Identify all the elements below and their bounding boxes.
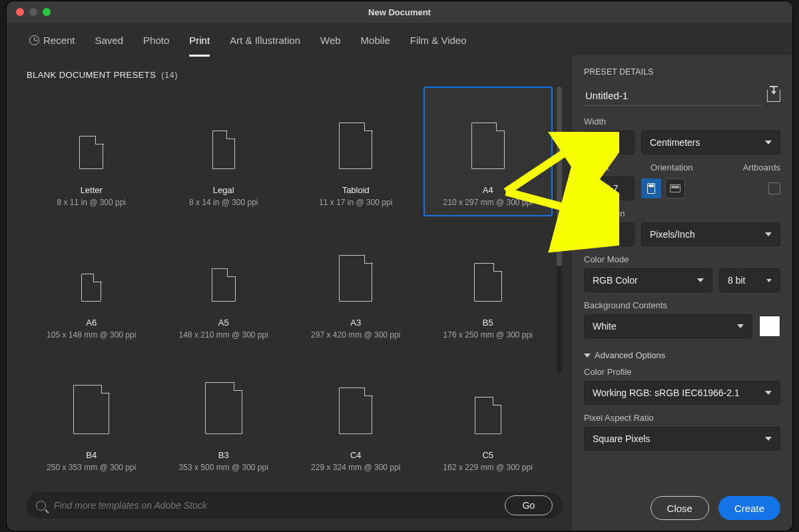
chevron-down-icon (765, 437, 772, 441)
new-document-dialog: New Document Recent Saved Photo Print Ar… (7, 1, 792, 531)
page-icon (79, 136, 103, 169)
preset-details-panel: PRESET DETAILS Width Centimeters Height … (571, 55, 792, 531)
colormode-value: RGB Color (593, 275, 638, 286)
dialog-footer: Close Create (584, 484, 780, 520)
tab-print[interactable]: Print (189, 35, 210, 55)
resolution-input[interactable] (584, 222, 635, 246)
presets-count: (14) (161, 70, 178, 80)
tab-saved[interactable]: Saved (95, 35, 124, 55)
preset-name: B4 (86, 450, 97, 460)
page-icon (471, 123, 505, 169)
preset-sub: 148 x 210 mm @ 300 ppi (179, 330, 268, 340)
search-go-button[interactable]: Go (505, 495, 553, 515)
colorprofile-select[interactable]: Working RGB: sRGB IEC61966-2.1 (584, 381, 780, 405)
window-title: New Document (7, 7, 792, 17)
titlebar: New Document (7, 1, 792, 23)
page-icon (339, 123, 372, 169)
preset-sub: 8 x 14 in @ 300 ppi (189, 198, 258, 207)
preset-name: A4 (483, 185, 493, 195)
colormode-label: Color Mode (584, 254, 780, 264)
preset-card[interactable]: C5162 x 229 mm @ 300 ppi (423, 352, 553, 481)
resolution-label: Resolution (584, 208, 780, 218)
preset-grid: Letter8 x 11 in @ 300 ppiLegal8 x 14 in … (27, 87, 553, 481)
orientation-landscape-button[interactable] (665, 178, 685, 198)
preset-sub: 8 x 11 in @ 300 ppi (57, 198, 126, 207)
orientation-group (641, 178, 685, 198)
tab-label: Print (189, 35, 210, 46)
colormode-select[interactable]: RGB Color (584, 268, 712, 292)
preset-name: Letter (81, 185, 103, 195)
preset-scrollbar[interactable] (557, 87, 562, 373)
minimize-window-icon[interactable] (29, 8, 37, 16)
par-label: Pixel Aspect Ratio (584, 413, 780, 423)
par-select[interactable]: Square Pixels (584, 427, 780, 451)
preset-name: Legal (213, 185, 234, 195)
preset-card[interactable]: B4250 x 353 mm @ 300 ppi (27, 352, 156, 481)
preset-card[interactable]: Letter8 x 11 in @ 300 ppi (27, 87, 156, 216)
chevron-down-icon (765, 140, 772, 144)
preset-name: A3 (350, 318, 361, 328)
preset-sub: 210 x 297 mm @ 300 ppi (443, 198, 533, 207)
preset-card[interactable]: A5148 x 210 mm @ 300 ppi (159, 219, 289, 349)
document-name-input[interactable] (584, 86, 762, 106)
preset-name: B3 (218, 450, 229, 460)
bgcolor-swatch[interactable] (759, 316, 780, 337)
tab-recent[interactable]: Recent (29, 35, 75, 55)
close-button[interactable]: Close (651, 496, 709, 520)
page-icon (212, 131, 235, 169)
preset-name: Tabloid (342, 185, 370, 195)
presets-heading: BLANK DOCUMENT PRESETS (14) (27, 70, 562, 80)
preset-sub: 105 x 148 mm @ 300 ppi (47, 330, 136, 340)
scrollbar-thumb[interactable] (557, 87, 562, 266)
preset-name: C5 (482, 450, 493, 460)
tab-label: Saved (95, 35, 124, 46)
artboards-checkbox[interactable] (768, 182, 780, 194)
width-input[interactable] (584, 131, 635, 154)
advanced-options-toggle[interactable]: Advanced Options (584, 350, 780, 360)
bgcontents-select[interactable]: White (584, 314, 752, 338)
window-controls (7, 8, 51, 16)
orientation-portrait-button[interactable] (641, 178, 661, 198)
tab-label: Photo (143, 35, 169, 46)
close-window-icon[interactable] (16, 8, 24, 16)
preset-card[interactable]: A3297 x 420 mm @ 300 ppi (291, 219, 421, 349)
resolution-units-select[interactable]: Pixels/Inch (641, 222, 780, 246)
presets-heading-label: BLANK DOCUMENT PRESETS (27, 70, 156, 80)
chevron-down-icon (584, 354, 591, 358)
portrait-icon (647, 183, 655, 194)
preset-card[interactable]: A6105 x 148 mm @ 300 ppi (27, 219, 156, 349)
search-input[interactable] (54, 500, 495, 511)
chevron-down-icon (765, 232, 772, 236)
preset-card[interactable]: C4229 x 324 mm @ 300 ppi (291, 352, 421, 481)
recent-icon (29, 35, 39, 45)
colorprofile-value: Working RGB: sRGB IEC61966-2.1 (593, 388, 740, 398)
artboards-label: Artboards (743, 162, 780, 172)
units-select[interactable]: Centimeters (641, 131, 780, 154)
preset-sub: 176 x 250 mm @ 300 ppi (443, 330, 533, 340)
preset-sub: 11 x 17 in @ 300 ppi (319, 198, 392, 207)
search-icon (36, 501, 46, 511)
tab-label: Recent (43, 35, 75, 46)
colorprofile-label: Color Profile (584, 367, 780, 377)
preset-card[interactable]: Legal8 x 14 in @ 300 ppi (159, 87, 289, 216)
preset-card[interactable]: A4210 x 297 mm @ 300 ppi (423, 87, 553, 216)
tab-web[interactable]: Web (320, 35, 341, 55)
preset-card[interactable]: Tabloid11 x 17 in @ 300 ppi (291, 87, 421, 216)
preset-card[interactable]: B3353 x 500 mm @ 300 ppi (159, 352, 289, 481)
bgcontents-label: Background Contents (584, 300, 780, 310)
tab-label: Mobile (361, 35, 390, 46)
tab-photo[interactable]: Photo (143, 35, 169, 55)
category-tabs: Recent Saved Photo Print Art & Illustrat… (7, 23, 792, 55)
create-button[interactable]: Create (718, 496, 780, 520)
tab-art-illustration[interactable]: Art & Illustration (230, 35, 300, 55)
height-input[interactable] (584, 176, 635, 200)
save-preset-icon[interactable] (767, 90, 780, 102)
tab-mobile[interactable]: Mobile (361, 35, 390, 55)
zoom-window-icon[interactable] (43, 8, 51, 16)
bitdepth-select[interactable]: 8 bit (719, 268, 780, 292)
bgcontents-value: White (593, 321, 617, 332)
preset-card[interactable]: B5176 x 250 mm @ 300 ppi (423, 219, 553, 349)
preset-name: A6 (86, 318, 97, 328)
tab-film-video[interactable]: Film & Video (410, 35, 467, 55)
bitdepth-value: 8 bit (728, 275, 745, 286)
